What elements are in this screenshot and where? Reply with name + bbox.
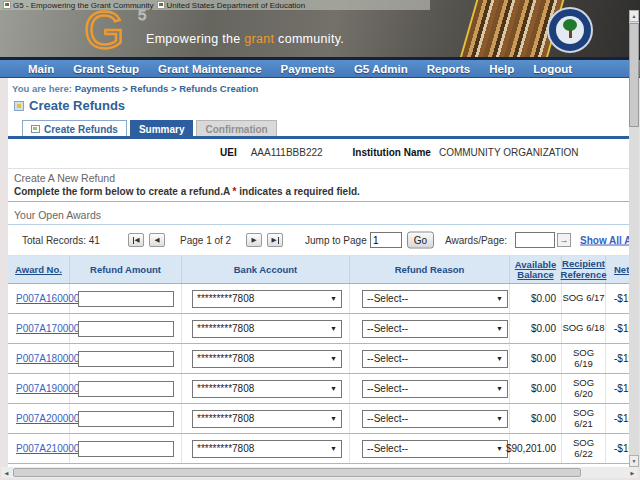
previous-page-button[interactable]: ◀ xyxy=(149,233,165,247)
banner-alt-strip: G5 - Empowering the Grant Community Unit… xyxy=(0,0,430,10)
table-body: P007A160000 *********7808 ▼ --Select-- xyxy=(8,284,629,464)
available-balance-value: $0.00 xyxy=(510,404,562,433)
awards-per-page-label: Awards/Page: xyxy=(445,235,507,246)
first-page-icon xyxy=(133,237,134,244)
total-records: Total Records: 41 xyxy=(22,235,100,246)
create-refund-section-heading: Create A New Refund xyxy=(14,172,115,184)
table-row: P007A170000 *********7808 ▼ --Select-- xyxy=(8,314,629,344)
tab-bar: Create Refunds Summary Confirmation xyxy=(22,119,277,137)
recipient-reference-value: SOG 6/19 xyxy=(562,344,606,373)
bank-account-select[interactable]: *********7808 ▼ xyxy=(192,410,342,428)
bank-account-select[interactable]: *********7808 ▼ xyxy=(192,320,342,338)
banner-alt-label: United States Department of Education xyxy=(157,1,306,10)
refund-reason-select[interactable]: --Select-- ▼ xyxy=(362,350,508,368)
header-refund-reason: Refund Reason xyxy=(350,256,510,283)
refund-reason-select[interactable]: --Select-- ▼ xyxy=(362,320,508,338)
chevron-down-icon: ▼ xyxy=(330,355,337,362)
scroll-down-button[interactable]: ▼ xyxy=(629,455,639,467)
institution-name-label: Institution Name xyxy=(353,147,431,158)
net-value: -$18 xyxy=(606,374,629,403)
seal-inner xyxy=(556,16,584,44)
g5-logo: G xyxy=(84,8,124,52)
bank-account-select[interactable]: *********7808 ▼ xyxy=(192,350,342,368)
page-title-icon xyxy=(14,101,24,111)
horizontal-scrollbar[interactable]: ◀ ▶ xyxy=(1,467,638,478)
refund-amount-input[interactable] xyxy=(78,291,174,307)
header-refund-amount: Refund Amount xyxy=(70,256,182,283)
scroll-left-button[interactable]: ◀ xyxy=(1,467,12,478)
header-available-balance[interactable]: Available Balance xyxy=(510,256,562,283)
tab-summary[interactable]: Summary xyxy=(130,120,194,137)
uei-label: UEI xyxy=(220,147,237,158)
nav-item[interactable]: Main xyxy=(28,63,54,75)
nav-item[interactable]: Payments xyxy=(281,63,335,75)
net-value: -$16 xyxy=(606,284,629,313)
refund-amount-input[interactable] xyxy=(78,381,174,397)
bank-account-select[interactable]: *********7808 ▼ xyxy=(192,290,342,308)
chevron-down-icon: ▼ xyxy=(330,325,337,332)
broken-image-icon xyxy=(157,1,165,9)
awards-per-page-go-button[interactable]: → xyxy=(557,233,571,247)
breadcrumb: You are here: Payments > Refunds > Refun… xyxy=(12,83,258,94)
banner-tagline: Empowering the grant community. xyxy=(146,32,344,46)
nav-item[interactable]: Grant Setup xyxy=(73,63,139,75)
nav-item[interactable]: Reports xyxy=(427,63,470,75)
refund-reason-select[interactable]: --Select-- ▼ xyxy=(362,440,508,458)
horizontal-scrollbar-thumb[interactable] xyxy=(13,468,581,477)
refund-reason-select[interactable]: --Select-- ▼ xyxy=(362,380,508,398)
tab-create-refunds[interactable]: Create Refunds xyxy=(22,120,127,137)
tab-confirmation: Confirmation xyxy=(196,120,276,137)
refund-reason-select[interactable]: --Select-- ▼ xyxy=(362,290,508,308)
show-all-awards-link[interactable]: Show All A xyxy=(580,235,629,246)
chevron-down-icon: ▼ xyxy=(496,385,503,392)
refund-amount-input[interactable] xyxy=(78,441,174,457)
last-page-button[interactable]: ▶ xyxy=(267,233,283,247)
net-value: -$16 xyxy=(606,314,629,343)
breadcrumb-path[interactable]: Payments > Refunds > Refunds Creation xyxy=(75,83,259,94)
vertical-scrollbar[interactable]: ▲ ▼ xyxy=(629,10,639,467)
first-page-button[interactable]: ◀ xyxy=(128,233,144,247)
main-content: You are here: Payments > Refunds > Refun… xyxy=(8,78,629,467)
refund-amount-input[interactable] xyxy=(78,321,174,337)
bank-account-select[interactable]: *********7808 ▼ xyxy=(192,380,342,398)
net-value: -$16 xyxy=(606,434,629,463)
table-row: P007A190000 *********7808 ▼ --Select-- xyxy=(8,374,629,404)
refund-amount-input[interactable] xyxy=(78,351,174,367)
last-page-icon xyxy=(278,237,279,244)
available-balance-value: $90,201.00 xyxy=(510,434,562,463)
available-balance-value: $0.00 xyxy=(510,374,562,403)
open-awards-table: Total Records: 41 ◀ ◀ Page 1 of 2 ▶ ▶ Ju… xyxy=(8,224,629,464)
nav-item[interactable]: G5 Admin xyxy=(354,63,408,75)
identity-row: UEI AAA111BBB222 Institution Name COMMUN… xyxy=(220,147,579,158)
go-button[interactable]: Go xyxy=(407,232,434,249)
awards-per-page-input[interactable] xyxy=(515,232,555,248)
vertical-scrollbar-thumb[interactable] xyxy=(629,23,639,127)
available-balance-value: $0.00 xyxy=(510,344,562,373)
recipient-reference-value: SOG 6/18 xyxy=(562,314,606,343)
chevron-down-icon: ▼ xyxy=(330,385,337,392)
department-of-education-seal xyxy=(547,7,593,53)
nav-item[interactable]: Logout xyxy=(533,63,572,75)
net-value: -$19 xyxy=(606,344,629,373)
header-recipient-reference[interactable]: Recipient Reference xyxy=(562,256,606,283)
next-page-button[interactable]: ▶ xyxy=(246,233,262,247)
previous-page-icon: ◀ xyxy=(155,236,160,244)
header-award-no[interactable]: Award No. xyxy=(8,256,70,283)
bank-account-select[interactable]: *********7808 ▼ xyxy=(192,440,342,458)
scroll-right-button[interactable]: ▶ xyxy=(627,467,638,478)
refund-amount-input[interactable] xyxy=(78,411,174,427)
pagination-bar: Total Records: 41 ◀ ◀ Page 1 of 2 ▶ ▶ Ju… xyxy=(8,225,629,256)
nav-item[interactable]: Help xyxy=(489,63,514,75)
open-awards-section-heading: Your Open Awards xyxy=(14,209,101,221)
broken-image-icon xyxy=(3,1,11,9)
scroll-up-button[interactable]: ▲ xyxy=(629,10,639,22)
banner: G5 - Empowering the Grant Community Unit… xyxy=(0,0,640,57)
nav-item[interactable]: Grant Maintenance xyxy=(158,63,262,75)
table-row: P007A210000 *********7808 ▼ --Select-- xyxy=(8,434,629,464)
scroll-left-icon: ◀ xyxy=(5,470,9,476)
net-value: -$18 xyxy=(606,404,629,433)
jump-to-page-input[interactable] xyxy=(370,232,402,248)
page-indicator: Page 1 of 2 xyxy=(180,235,231,246)
header-net[interactable]: Net xyxy=(606,256,629,283)
refund-reason-select[interactable]: --Select-- ▼ xyxy=(362,410,508,428)
